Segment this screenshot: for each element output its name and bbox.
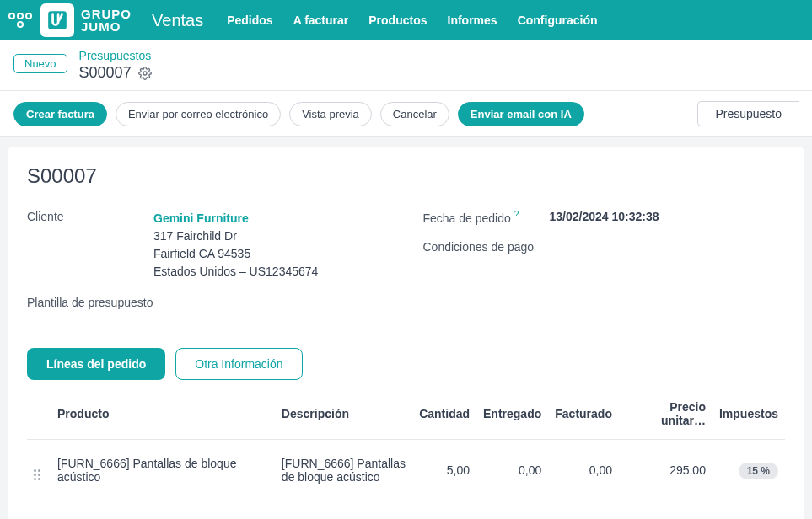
menu-informes[interactable]: Informes [448, 13, 497, 27]
order-lines-table: Producto Descripción Cantidad Entregado … [27, 388, 785, 519]
drag-handle-icon[interactable] [27, 440, 51, 501]
gear-icon[interactable] [138, 67, 152, 80]
preview-button[interactable]: Vista previa [289, 102, 372, 126]
col-invoiced[interactable]: Facturado [548, 388, 619, 440]
menu-pedidos[interactable]: Pedidos [227, 13, 272, 27]
create-invoice-button[interactable]: Crear factura [13, 102, 107, 126]
main-menu: Pedidos A facturar Productos Informes Co… [227, 13, 597, 27]
breadcrumb: Nuevo Presupuestos S00007 [0, 40, 812, 91]
tab-bar: Líneas del pedido Otra Información [27, 348, 785, 380]
brand-logo[interactable] [40, 3, 74, 37]
cell-price[interactable]: 40,00 [619, 500, 713, 519]
tab-other-info[interactable]: Otra Información [175, 348, 302, 380]
client-label: Cliente [27, 210, 153, 281]
status-badge[interactable]: Presupuesto [697, 101, 799, 126]
col-product[interactable]: Producto [51, 388, 275, 440]
drag-handle-icon[interactable] [27, 500, 51, 519]
breadcrumb-parent[interactable]: Presupuestos [79, 49, 152, 62]
cell-product[interactable]: [FURN_6666] Pantallas de bloque acústico [51, 440, 275, 501]
send-ai-email-button[interactable]: Enviar email con IA [458, 102, 584, 126]
page-title: S00007 [27, 164, 785, 188]
col-description[interactable]: Descripción [275, 388, 412, 440]
cell-tax[interactable]: 15 % [713, 500, 785, 519]
menu-productos[interactable]: Productos [368, 13, 427, 27]
form-sheet: S00007 Cliente Gemini Furniture 317 Fair… [8, 147, 804, 519]
col-delivered[interactable]: Entregado [476, 388, 548, 440]
menu-configuracion[interactable]: Configuración [518, 13, 598, 27]
breadcrumb-title: S00007 [79, 64, 132, 82]
module-name[interactable]: Ventas [152, 11, 203, 30]
cell-tax[interactable]: 15 % [713, 440, 785, 501]
payment-terms-label: Condiciones de pago [423, 240, 550, 254]
col-unit-price[interactable]: Precio unitar… [619, 388, 713, 440]
quote-template-label: Plantilla de presupuesto [27, 296, 153, 309]
svg-point-1 [143, 72, 147, 75]
order-date-label: Fecha de pedido ? [423, 210, 550, 225]
cell-quantity[interactable]: 5,00 [412, 440, 476, 501]
send-email-button[interactable]: Enviar por correo electrónico [116, 102, 281, 126]
table-row[interactable]: [FURN_6666] Pantallas de bloque acústico… [27, 440, 785, 501]
new-button[interactable]: Nuevo [13, 54, 67, 73]
col-quantity[interactable]: Cantidad [412, 388, 476, 440]
cancel-button[interactable]: Cancelar [380, 102, 449, 126]
help-icon[interactable]: ? [514, 210, 519, 219]
client-value[interactable]: Gemini Furniture 317 Fairchild Dr Fairfi… [153, 210, 318, 281]
menu-a-facturar[interactable]: A facturar [293, 13, 349, 27]
cell-invoiced[interactable]: 0,00 [548, 440, 619, 501]
action-bar: Crear factura Enviar por correo electrón… [0, 91, 812, 137]
tab-order-lines[interactable]: Líneas del pedido [27, 348, 165, 380]
brand-text: GRUPO JUMO [81, 8, 132, 33]
cell-price[interactable]: 295,00 [619, 440, 713, 501]
cell-description[interactable]: [FURN_6666] Pantallas de bloque acústico [275, 440, 412, 501]
cell-delivered[interactable]: 0,00 [476, 500, 548, 519]
cell-quantity[interactable]: 1,00 [412, 500, 476, 519]
apps-icon[interactable] [7, 7, 34, 34]
cell-delivered[interactable]: 0,00 [476, 440, 548, 501]
cell-description[interactable]: [FURN_8888] Lámpara de oficina [275, 500, 412, 519]
col-taxes[interactable]: Impuestos [713, 388, 785, 440]
order-date-value[interactable]: 13/02/2024 10:32:38 [550, 210, 659, 225]
cell-product[interactable]: [FURN_8888] Lámpara de oficina [51, 500, 275, 519]
cell-invoiced[interactable]: 0,00 [548, 500, 619, 519]
top-navbar: GRUPO JUMO Ventas Pedidos A facturar Pro… [0, 0, 812, 40]
table-row[interactable]: [FURN_8888] Lámpara de oficina [FURN_888… [27, 500, 785, 519]
